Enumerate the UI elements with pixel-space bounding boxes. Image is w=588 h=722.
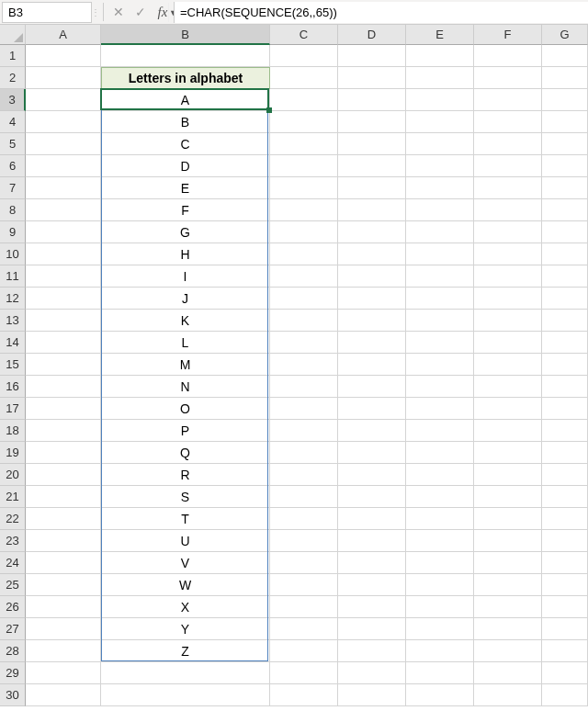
cell-A30[interactable] xyxy=(26,684,101,706)
cell-G9[interactable] xyxy=(542,221,588,243)
cell-C17[interactable] xyxy=(270,398,338,420)
cell-E16[interactable] xyxy=(406,376,474,398)
cell-A5[interactable] xyxy=(26,133,101,155)
cell-G19[interactable] xyxy=(542,442,588,464)
cell-C19[interactable] xyxy=(270,442,338,464)
cell-B15[interactable]: M xyxy=(101,354,270,376)
cell-G15[interactable] xyxy=(542,354,588,376)
cell-E22[interactable] xyxy=(406,508,474,530)
row-header-2[interactable]: 2 xyxy=(0,67,26,89)
row-header-5[interactable]: 5 xyxy=(0,133,26,155)
cell-D24[interactable] xyxy=(338,552,406,574)
cell-D30[interactable] xyxy=(338,684,406,706)
cell-B7[interactable]: E xyxy=(101,177,270,199)
cell-A3[interactable] xyxy=(26,89,101,111)
row-header-16[interactable]: 16 xyxy=(0,376,26,398)
cell-B12[interactable]: J xyxy=(101,288,270,310)
cell-C8[interactable] xyxy=(270,199,338,221)
cell-D10[interactable] xyxy=(338,243,406,265)
cell-F4[interactable] xyxy=(474,111,542,133)
formula-input[interactable] xyxy=(174,2,588,23)
cell-G29[interactable] xyxy=(542,662,588,684)
column-header-B[interactable]: B xyxy=(101,25,270,45)
cell-G13[interactable] xyxy=(542,310,588,332)
cell-F13[interactable] xyxy=(474,310,542,332)
cell-D9[interactable] xyxy=(338,221,406,243)
cell-C7[interactable] xyxy=(270,177,338,199)
cell-B18[interactable]: P xyxy=(101,420,270,442)
cell-G17[interactable] xyxy=(542,398,588,420)
cell-G28[interactable] xyxy=(542,640,588,662)
column-header-C[interactable]: C xyxy=(270,25,338,45)
row-header-28[interactable]: 28 xyxy=(0,640,26,662)
cell-C1[interactable] xyxy=(270,45,338,67)
cell-C15[interactable] xyxy=(270,354,338,376)
cell-F14[interactable] xyxy=(474,332,542,354)
cell-G21[interactable] xyxy=(542,486,588,508)
cell-G10[interactable] xyxy=(542,243,588,265)
cell-G22[interactable] xyxy=(542,508,588,530)
row-header-25[interactable]: 25 xyxy=(0,574,26,596)
cell-A23[interactable] xyxy=(26,530,101,552)
cell-A29[interactable] xyxy=(26,662,101,684)
cell-C18[interactable] xyxy=(270,420,338,442)
row-header-20[interactable]: 20 xyxy=(0,464,26,486)
row-header-8[interactable]: 8 xyxy=(0,199,26,221)
cell-C24[interactable] xyxy=(270,552,338,574)
cell-E25[interactable] xyxy=(406,574,474,596)
cell-G25[interactable] xyxy=(542,574,588,596)
cell-B4[interactable]: B xyxy=(101,111,270,133)
cell-A13[interactable] xyxy=(26,310,101,332)
fill-handle[interactable] xyxy=(266,107,272,113)
cell-E8[interactable] xyxy=(406,199,474,221)
cell-A6[interactable] xyxy=(26,155,101,177)
cell-F3[interactable] xyxy=(474,89,542,111)
cell-D2[interactable] xyxy=(338,67,406,89)
cell-F19[interactable] xyxy=(474,442,542,464)
cell-A22[interactable] xyxy=(26,508,101,530)
cell-F29[interactable] xyxy=(474,662,542,684)
cell-D20[interactable] xyxy=(338,464,406,486)
cell-F27[interactable] xyxy=(474,618,542,640)
cell-B28[interactable]: Z xyxy=(101,640,270,662)
cell-C16[interactable] xyxy=(270,376,338,398)
select-all-corner[interactable] xyxy=(0,25,26,45)
cell-C10[interactable] xyxy=(270,243,338,265)
cell-F10[interactable] xyxy=(474,243,542,265)
cell-D1[interactable] xyxy=(338,45,406,67)
cell-F9[interactable] xyxy=(474,221,542,243)
cell-F11[interactable] xyxy=(474,265,542,288)
cell-A15[interactable] xyxy=(26,354,101,376)
cell-F21[interactable] xyxy=(474,486,542,508)
row-header-11[interactable]: 11 xyxy=(0,265,26,288)
cell-E11[interactable] xyxy=(406,265,474,288)
cell-E1[interactable] xyxy=(406,45,474,67)
cell-B29[interactable] xyxy=(101,662,270,684)
cell-E10[interactable] xyxy=(406,243,474,265)
row-header-6[interactable]: 6 xyxy=(0,155,26,177)
cell-E3[interactable] xyxy=(406,89,474,111)
cell-A1[interactable] xyxy=(26,45,101,67)
cell-G16[interactable] xyxy=(542,376,588,398)
row-header-17[interactable]: 17 xyxy=(0,398,26,420)
cell-D15[interactable] xyxy=(338,354,406,376)
row-header-7[interactable]: 7 xyxy=(0,177,26,199)
cell-C11[interactable] xyxy=(270,265,338,288)
row-header-15[interactable]: 15 xyxy=(0,354,26,376)
row-header-1[interactable]: 1 xyxy=(0,45,26,67)
cell-E21[interactable] xyxy=(406,486,474,508)
cell-A20[interactable] xyxy=(26,464,101,486)
row-header-29[interactable]: 29 xyxy=(0,662,26,684)
cell-E19[interactable] xyxy=(406,442,474,464)
row-header-10[interactable]: 10 xyxy=(0,243,26,265)
cell-D14[interactable] xyxy=(338,332,406,354)
cell-B24[interactable]: V xyxy=(101,552,270,574)
cell-F24[interactable] xyxy=(474,552,542,574)
cell-E7[interactable] xyxy=(406,177,474,199)
enter-button[interactable]: ✓ xyxy=(130,0,152,24)
cell-F26[interactable] xyxy=(474,596,542,618)
cell-B27[interactable]: Y xyxy=(101,618,270,640)
name-box[interactable]: ▼ xyxy=(2,2,92,23)
cell-B23[interactable]: U xyxy=(101,530,270,552)
cell-D18[interactable] xyxy=(338,420,406,442)
